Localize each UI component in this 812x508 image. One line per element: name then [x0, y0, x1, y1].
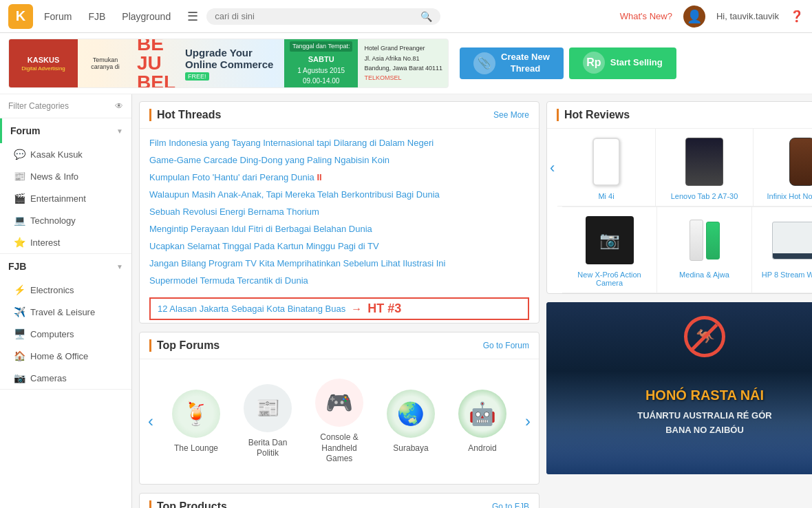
mi4i-image: [563, 134, 649, 189]
sidebar-item-travel-leisure[interactable]: ✈️ Travel & Leisure: [0, 301, 131, 323]
forum-item-android[interactable]: 🤖 Android: [448, 384, 517, 460]
home-office-label: Home & Office: [30, 351, 88, 361]
sidebar-forum-label: Forum: [10, 125, 41, 136]
start-selling-button[interactable]: Rp Start Selling: [569, 47, 676, 79]
xpro6-name: New X-Pro6 Action Camera: [568, 271, 651, 287]
go-to-forum[interactable]: Go to Forum: [483, 341, 529, 350]
ad-headline: HONÓ RASTA NÁI: [637, 388, 771, 403]
review-item-lenovo[interactable]: Lenovo Tab 2 A7-30: [656, 129, 754, 207]
thread-link-6[interactable]: Mengintip Perayaan Idul Fitri di Berbaga…: [149, 224, 372, 234]
thread-link-5[interactable]: Sebuah Revolusi Energi Bernama Thorium: [149, 207, 319, 217]
ht-special-link[interactable]: 12 Alasan Jakarta Sebagai Kota Binatang …: [158, 304, 345, 314]
top-products-title: Top Products: [149, 500, 227, 508]
reviews-prev-btn[interactable]: ‹: [547, 129, 557, 207]
filter-categories[interactable]: Filter Categories 👁: [0, 94, 131, 118]
home-office-icon: 🏠: [14, 350, 25, 361]
thread-link-8[interactable]: Jangan Bilang Program TV Kita Memprihati…: [149, 258, 445, 268]
hot-reviews-header: Hot Reviews Go To FJB: [547, 102, 812, 129]
review-item-mi4i[interactable]: Mi 4i: [557, 129, 655, 207]
hp8-name: HP 8 Stream Windows: [758, 271, 812, 279]
sidebar-item-cameras[interactable]: 📷 Cameras: [0, 367, 131, 389]
thread-suffix-3: II: [317, 172, 321, 182]
computers-label: Computers: [30, 329, 74, 339]
whats-new-link[interactable]: What's New?: [620, 11, 672, 21]
medina-image: [663, 213, 746, 268]
sidebar-item-news-info[interactable]: 📰 News & Info: [0, 165, 131, 187]
main-layout: Filter Categories 👁 Forum ▼ 💬 Kasak Kusu…: [0, 94, 812, 508]
thread-item-9[interactable]: Supermodel Termuda Tercantik di Dunia: [140, 272, 539, 289]
mi4i-name: Mi 4i: [563, 192, 649, 200]
forum-item-surabaya[interactable]: 🌏 Surabaya: [376, 384, 445, 460]
thread-link-2[interactable]: Game-Game Carcade Ding-Dong yang Paling …: [149, 155, 389, 165]
forum-chevron-icon: ▼: [116, 127, 123, 135]
ad-subtext: TUÁNRTU AUSTRALIA RÉ GÓRBANA NO ZAIBÓU: [637, 409, 771, 438]
technology-icon: 💻: [14, 215, 25, 226]
kasak-kusuk-icon: 💬: [14, 149, 25, 160]
help-icon[interactable]: ❓: [790, 10, 804, 23]
technology-label: Technology: [30, 215, 76, 226]
thread-link-7[interactable]: Ucapkan Selamat Tinggal Pada Kartun Ming…: [149, 241, 379, 251]
sidebar-item-home-office[interactable]: 🏠 Home & Office: [0, 345, 131, 367]
search-box: 🔍: [206, 8, 440, 25]
go-to-fjb[interactable]: Go to FJB: [492, 502, 529, 508]
electronics-icon: ⚡: [14, 284, 25, 295]
kasak-kusuk-label: Kasak Kusuk: [30, 149, 83, 160]
review-item-infinix[interactable]: Infinix Hot Note X551: [754, 129, 812, 207]
sidebar-fjb-header[interactable]: FJB ▼: [0, 254, 131, 279]
berita-name: Berita Dan Politik: [236, 438, 299, 459]
hot-threads-title: Hot Threads: [149, 109, 221, 121]
review-item-xpro6[interactable]: 📷 New X-Pro6 Action Camera: [562, 207, 657, 293]
lenovo-name: Lenovo Tab 2 A7-30: [661, 192, 747, 200]
sidebar-item-technology[interactable]: 💻 Technology: [0, 209, 131, 231]
hamburger-icon[interactable]: ☰: [187, 9, 198, 24]
lounge-icon: 🍹: [172, 390, 220, 438]
sidebar-item-interest[interactable]: ⭐ Interest: [0, 231, 131, 253]
reviews-row-1: ‹ Mi 4i: [547, 129, 812, 207]
nav-fjb[interactable]: FJB: [88, 11, 105, 22]
hot-threads-section: Hot Threads See More Film Indonesia yang…: [139, 101, 539, 324]
search-input[interactable]: [215, 11, 420, 21]
sidebar-item-electronics[interactable]: ⚡ Electronics: [0, 279, 131, 301]
travel-leisure-icon: ✈️: [14, 306, 25, 317]
ht-special-thread[interactable]: 12 Alasan Jakarta Sebagai Kota Binatang …: [149, 297, 529, 320]
nav-playground[interactable]: Playground: [122, 11, 171, 22]
review-item-medina[interactable]: Medina & Ajwa: [657, 207, 752, 293]
forum-item-console[interactable]: 🎮 Console & Handheld Games: [305, 373, 374, 470]
thread-list: Film Indonesia yang Tayang Internasional…: [140, 129, 539, 295]
cameras-label: Cameras: [30, 373, 67, 383]
xpro6-image: 📷: [568, 213, 651, 268]
thread-link-1[interactable]: Film Indonesia yang Tayang Internasional…: [149, 138, 434, 148]
create-thread-button[interactable]: 📎 Create New Thread: [460, 47, 564, 79]
see-more-threads[interactable]: See More: [493, 110, 529, 120]
sidebar-item-entertainment[interactable]: 🎬 Entertainment: [0, 187, 131, 209]
thread-item-2[interactable]: Game-Game Carcade Ding-Dong yang Paling …: [140, 151, 539, 169]
sidebar-item-computers[interactable]: 🖥️ Computers: [0, 323, 131, 345]
forum-item-berita[interactable]: 📰 Berita Dan Politik: [233, 379, 302, 465]
thread-item-1[interactable]: Film Indonesia yang Tayang Internasional…: [140, 134, 539, 151]
thread-item-5[interactable]: Sebuah Revolusi Energi Bernama Thorium: [140, 203, 539, 220]
forums-next-btn[interactable]: ›: [522, 412, 533, 431]
nav-forum[interactable]: Forum: [44, 11, 72, 22]
sidebar-forum-header[interactable]: Forum ▼: [0, 118, 131, 143]
filter-eye-icon[interactable]: 👁: [115, 101, 123, 111]
forums-prev-btn[interactable]: ‹: [145, 412, 156, 431]
thread-item-7[interactable]: Ucapkan Selamat Tinggal Pada Kartun Ming…: [140, 237, 539, 255]
thread-link-4[interactable]: Walaupun Masih Anak-Anak, Tapi Mereka Te…: [149, 189, 440, 200]
review-item-hp8[interactable]: HP 8 Stream Windows: [752, 207, 812, 293]
top-forums-header: Top Forums Go to Forum: [140, 332, 539, 359]
forum-item-lounge[interactable]: 🍹 The Lounge: [162, 384, 231, 460]
thread-item-4[interactable]: Walaupun Masih Anak-Anak, Tapi Mereka Te…: [140, 186, 539, 203]
thread-link-9[interactable]: Supermodel Termuda Tercantik di Dunia: [149, 275, 308, 286]
android-name: Android: [451, 443, 514, 454]
search-icon[interactable]: 🔍: [420, 11, 432, 22]
content-area: Hot Threads See More Film Indonesia yang…: [132, 94, 812, 508]
avatar[interactable]: 👤: [683, 6, 705, 28]
sidebar-item-kasak-kusuk[interactable]: 💬 Kasak Kusuk: [0, 143, 131, 165]
thread-item-8[interactable]: Jangan Bilang Program TV Kita Memprihati…: [140, 255, 539, 272]
ht-label: HT #3: [367, 301, 401, 316]
kaskus-logo[interactable]: K: [8, 4, 33, 29]
thread-item-3[interactable]: Kumpulan Foto 'Hantu' dari Perang Dunia …: [140, 169, 539, 186]
thread-item-6[interactable]: Mengintip Perayaan Idul Fitri di Berbaga…: [140, 220, 539, 237]
thread-link-3[interactable]: Kumpulan Foto 'Hantu' dari Perang Dunia …: [149, 172, 322, 182]
right-column: Hot Reviews Go To FJB ‹ Mi 4i: [546, 101, 812, 508]
